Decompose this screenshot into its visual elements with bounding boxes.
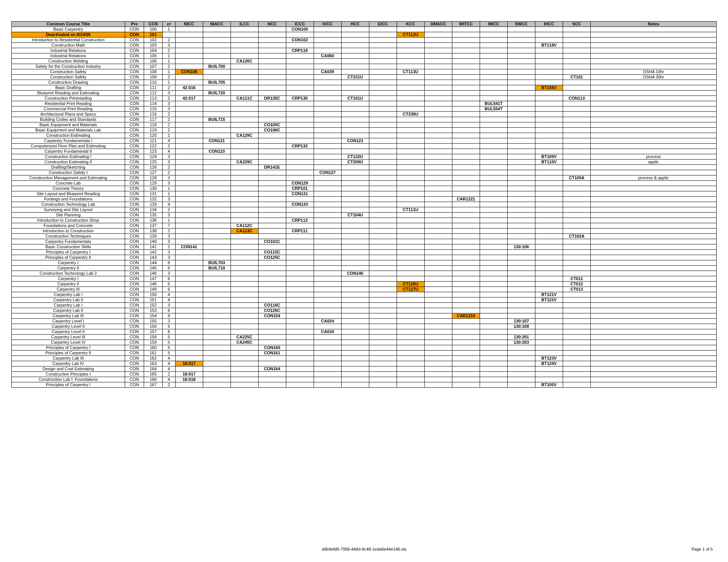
- cell-ICCC: [286, 197, 314, 202]
- cell-pre: CON: [125, 266, 144, 271]
- cell-KCC: [397, 255, 424, 260]
- cell-SWCC: [507, 160, 535, 165]
- cell-SCC: [563, 372, 590, 377]
- cell-EICC: [369, 366, 397, 372]
- cell-NIACC: [203, 351, 231, 356]
- cell-DMACC: [424, 154, 452, 160]
- cell-KCC: [397, 181, 424, 186]
- cell-HCC: [341, 345, 369, 351]
- cell-cr: 3: [163, 239, 175, 244]
- cell-IHCC: [535, 377, 563, 382]
- table-row: Carpentry ICON1448BUIL703: [12, 260, 717, 266]
- cell-WITCC: [452, 335, 480, 340]
- cell-KCC: [397, 85, 424, 91]
- cell-IHCC: [535, 122, 563, 128]
- cell-ccn: 157: [144, 329, 163, 335]
- cell-NIACC: [203, 366, 231, 372]
- cell-NIACC: [203, 282, 231, 287]
- cell-ILCC: [231, 239, 258, 244]
- cell-SWCC: [507, 91, 535, 96]
- cell-title: Carpentry Lab IV: [12, 361, 125, 366]
- cell-HCC: [341, 165, 369, 170]
- cell-NCC: [258, 48, 286, 53]
- cell-NIACC: [203, 218, 231, 223]
- cell-ILCC: [231, 276, 258, 282]
- cell-IVCC: [314, 202, 341, 207]
- cell-WITCC: [452, 27, 480, 32]
- cell-KCC: [397, 276, 424, 282]
- cell-cr: 5: [163, 324, 175, 329]
- cell-ccn: 153: [144, 308, 163, 313]
- cell-NICC: [175, 101, 203, 106]
- cell-NIACC: [203, 175, 231, 181]
- col-SWCC: SWCC: [507, 22, 535, 27]
- cell-NCC: DR135C: [258, 96, 286, 101]
- cell-IHCC: [535, 207, 563, 213]
- cell-pre: CON: [125, 207, 144, 213]
- cell-HCC: [341, 218, 369, 223]
- cell-IWCC: [480, 266, 507, 271]
- cell-SCC: [563, 335, 590, 340]
- cell-EICC: [369, 138, 397, 144]
- cell-SWCC: [507, 308, 535, 313]
- cell-NICC: [175, 59, 203, 64]
- cell-IWCC: [480, 361, 507, 366]
- cell-HCC: [341, 340, 369, 345]
- cell-IVCC: [314, 255, 341, 260]
- cell-NICC: [175, 138, 203, 144]
- cell-EICC: [369, 75, 397, 80]
- cell-IWCC: [480, 303, 507, 308]
- cell-pre: CON: [125, 138, 144, 144]
- cell-DMACC: [424, 207, 452, 213]
- cell-title: Construction Math: [12, 43, 125, 48]
- cell-KCC: [397, 149, 424, 154]
- cell-HCC: [341, 175, 369, 181]
- cell-IHCC: [535, 319, 563, 324]
- cell-IVCC: [314, 287, 341, 292]
- cell-EICC: [369, 308, 397, 313]
- cell-IHCC: [535, 117, 563, 122]
- cell-HCC: [341, 276, 369, 282]
- cell-WITCC: [452, 377, 480, 382]
- cell-SWCC: [507, 138, 535, 144]
- cell-NIACC: [203, 32, 231, 38]
- cell-EICC: [369, 59, 397, 64]
- cell-IVCC: [314, 266, 341, 271]
- cell-DMACC: [424, 138, 452, 144]
- cell-IHCC: [535, 287, 563, 292]
- cell-NICC: [175, 117, 203, 122]
- cell-title: Basic Equipment and Materials Lab: [12, 128, 125, 133]
- cell-NCC: CO115C: [258, 250, 286, 255]
- cell-KCC: [397, 175, 424, 181]
- cell-cr: 2: [163, 38, 175, 43]
- cell-title: Introduction to Residential Construction: [12, 38, 125, 43]
- cell-IWCC: [480, 75, 507, 80]
- cell-IVCC: [314, 213, 341, 218]
- cell-NCC: CO101C: [258, 239, 286, 244]
- cell-EICC: [369, 191, 397, 197]
- table-row: Basic Equipment and Materials LabCON1192…: [12, 128, 717, 133]
- cell-SCC: [563, 351, 590, 356]
- cell-WITCC: [452, 282, 480, 287]
- cell-NCC: CON154: [258, 313, 286, 319]
- cell-IWCC: [480, 271, 507, 276]
- cell-ILCC: [231, 165, 258, 170]
- cell-NICC: [175, 48, 203, 53]
- cell-KCC: [397, 324, 424, 329]
- cell-WITCC: [452, 101, 480, 106]
- cell-title: Carpentry Level IV: [12, 340, 125, 345]
- cell-title: Construction Estimating II: [12, 160, 125, 165]
- col-ILCC: ILCC: [231, 22, 258, 27]
- cell-NIACC: [203, 207, 231, 213]
- cell-KCC: [397, 313, 424, 319]
- cell-SWCC: [507, 133, 535, 138]
- cell-title: Carpentry Fundamentals: [12, 239, 125, 244]
- cell-NCC: [258, 207, 286, 213]
- cell-HCC: [341, 282, 369, 287]
- cell-ICCC: CRP132: [286, 144, 314, 149]
- cell-HCC: [341, 59, 369, 64]
- cell-HCC: CT101U: [341, 96, 369, 101]
- cell-ccn: 158: [144, 335, 163, 340]
- cell-SWCC: [507, 345, 535, 351]
- cell-notes: [590, 53, 716, 59]
